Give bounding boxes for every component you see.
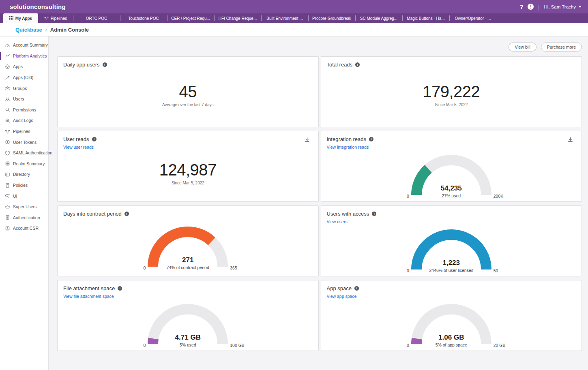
tab-built-environment[interactable]: Built Environment ...: [261, 13, 308, 23]
breadcrumb-separator: ›: [45, 27, 47, 32]
tab-procore-groundbreak[interactable]: Procore Groundbreak: [308, 13, 355, 23]
gauge-block: 0 50 1,223 2446% of user licenses: [327, 224, 576, 274]
sidebar-item-label: Authentication: [13, 215, 40, 220]
pipelines-icon: [5, 129, 10, 134]
sidebar-item-apps-old[interactable]: Apps (Old): [0, 72, 48, 83]
view-bill-button[interactable]: View bill: [509, 43, 536, 51]
app-space-gauge: 0 20 GB 1.06 GB 5% of app space: [403, 299, 500, 347]
document-icon: [5, 183, 10, 188]
card-user-reads: User reads i View user reads 124,987 Sin…: [57, 131, 319, 202]
purchase-more-button[interactable]: Purchase more: [541, 43, 582, 51]
gauge-block: 0 200K 54,235 27% used: [327, 150, 576, 199]
sidebar-item-directory[interactable]: Directory: [0, 169, 48, 180]
person-icon: [5, 226, 10, 231]
sidebar-item-label: Groups: [13, 86, 27, 91]
info-icon[interactable]: i: [103, 62, 107, 67]
sidebar-item-label: Policies: [13, 183, 28, 188]
line-chart-icon: [5, 53, 10, 58]
view-integration-reads-link[interactable]: View integration reads: [327, 145, 369, 150]
breadcrumb-quickbase-link[interactable]: Quickbase: [15, 27, 42, 33]
view-file-attachment-space-link[interactable]: View file attachment space: [63, 294, 114, 299]
file-space-gauge: 0 100 GB 4.71 GB 5% used: [139, 299, 236, 347]
info-icon[interactable]: i: [372, 212, 376, 216]
token-icon: [5, 139, 10, 145]
tab-pipelines[interactable]: Pipelines: [38, 13, 73, 23]
gauge-caption: 27% used: [403, 193, 500, 198]
tab-cer-project-request[interactable]: CER / Project Requ...: [167, 13, 214, 23]
sidebar-item-audit-logs[interactable]: Audit Logs: [0, 115, 48, 126]
sidebar-item-policies[interactable]: Policies: [0, 180, 48, 191]
integration-reads-gauge: 0 200K 54,235 27% used: [403, 150, 500, 198]
sidebar-item-platform-analytics[interactable]: Platform Analytics: [0, 51, 48, 62]
info-icon[interactable]: i: [118, 286, 122, 291]
gauge-block: 0 365 271 74% of contract period: [63, 217, 313, 271]
main-content: View bill Purchase more Daily app users …: [49, 36, 588, 370]
admin-sidebar: Account Summary Platform Analytics Apps …: [0, 36, 49, 370]
sidebar-item-groups[interactable]: Groups: [0, 83, 48, 94]
sidebar-item-pipelines[interactable]: Pipelines: [0, 126, 48, 137]
ui-icon: [5, 193, 10, 199]
info-icon[interactable]: i: [369, 137, 373, 141]
gauge-icon: [5, 43, 10, 48]
info-icon[interactable]: i: [355, 62, 360, 67]
lock-icon: [5, 215, 10, 220]
gauge-block: 0 100 GB 4.71 GB 5% used: [63, 299, 313, 349]
info-icon[interactable]: i: [92, 137, 97, 141]
app-header: solutionconsulting ? ! | Hi, Sam Trachy: [0, 0, 588, 13]
grid-icon: [9, 16, 13, 20]
tab-hfi-change-request[interactable]: HFI Change Reque...: [214, 13, 261, 23]
sidebar-item-super-users[interactable]: Super Users: [0, 201, 48, 212]
sidebar-item-authentication[interactable]: Authentication: [0, 212, 48, 223]
breadcrumb: Quickbase › Admin Console: [0, 23, 588, 36]
sidebar-item-label: Audit Logs: [13, 118, 33, 123]
sidebar-item-label: Realm Summary: [13, 161, 45, 166]
sidebar-item-label: Account Summary: [13, 43, 48, 47]
tab-my-apps[interactable]: My Apps: [3, 13, 38, 23]
gauge-caption: 2446% of user licenses: [403, 268, 500, 273]
sidebar-item-account-summary[interactable]: Account Summary: [0, 40, 48, 51]
tab-touchstone-poc[interactable]: Touchstone POC: [120, 13, 167, 23]
app-tab-strip: My Apps Pipelines ORTC POC Touchstone PO…: [0, 13, 588, 23]
sidebar-item-apps[interactable]: Apps: [0, 61, 48, 72]
sidebar-item-label: Apps (Old): [13, 75, 33, 80]
view-users-link[interactable]: View users: [327, 219, 348, 224]
sidebar-item-saml-authentication[interactable]: SAML Authentication: [0, 148, 48, 158]
help-icon[interactable]: ?: [520, 4, 524, 10]
tab-label: SC Module Aggreg...: [360, 16, 397, 21]
tab-label: My Apps: [15, 16, 32, 21]
sidebar-item-label: Apps: [13, 64, 23, 69]
tab-sc-module-aggregation[interactable]: SC Module Aggreg...: [355, 13, 402, 23]
card-title: Daily app users: [63, 62, 100, 68]
info-icon[interactable]: i: [124, 212, 129, 216]
page-title: Admin Console: [50, 27, 89, 33]
sidebar-item-users[interactable]: Users: [0, 94, 48, 105]
sidebar-item-realm-summary[interactable]: Realm Summary: [0, 158, 48, 169]
user-menu[interactable]: Hi, Sam Trachy: [544, 4, 582, 9]
sidebar-item-permissions[interactable]: Permissions: [0, 105, 48, 115]
header-divider: |: [538, 4, 539, 10]
kpi-value: 45: [179, 83, 197, 101]
card-users-with-access: Users with access i View users 0 50 1,22…: [321, 205, 582, 276]
realm-brand: solutionconsulting: [10, 3, 66, 10]
tab-magic-buttons[interactable]: Magic Buttons - Ha...: [402, 13, 449, 23]
info-icon[interactable]: i: [354, 286, 359, 291]
view-app-space-link[interactable]: View app space: [327, 294, 357, 299]
view-user-reads-link[interactable]: View user reads: [63, 145, 94, 150]
card-integration-reads: Integration reads i View integration rea…: [321, 131, 582, 202]
tab-ortc-poc[interactable]: ORTC POC: [73, 13, 120, 23]
sidebar-item-ui[interactable]: UI: [0, 190, 48, 201]
gauge-value: 4.71 GB: [139, 334, 236, 342]
sidebar-item-account-csr[interactable]: Account CSR: [0, 223, 48, 234]
tab-owner-operator[interactable]: Owner/Operator - ...: [449, 13, 496, 23]
sidebar-item-label: UI: [13, 194, 17, 199]
tab-label: Magic Buttons - Ha...: [407, 16, 444, 21]
kpi-value: 179,222: [423, 83, 480, 101]
sidebar-item-label: Super Users: [13, 204, 36, 209]
download-icon[interactable]: [304, 137, 310, 143]
tab-label: Pipelines: [51, 16, 67, 21]
tab-label: Touchstone POC: [128, 16, 159, 21]
card-title: User reads: [63, 136, 89, 142]
sidebar-item-user-tokens[interactable]: User Tokens: [0, 137, 48, 148]
download-icon[interactable]: [567, 137, 573, 143]
notification-icon[interactable]: !: [528, 4, 534, 10]
